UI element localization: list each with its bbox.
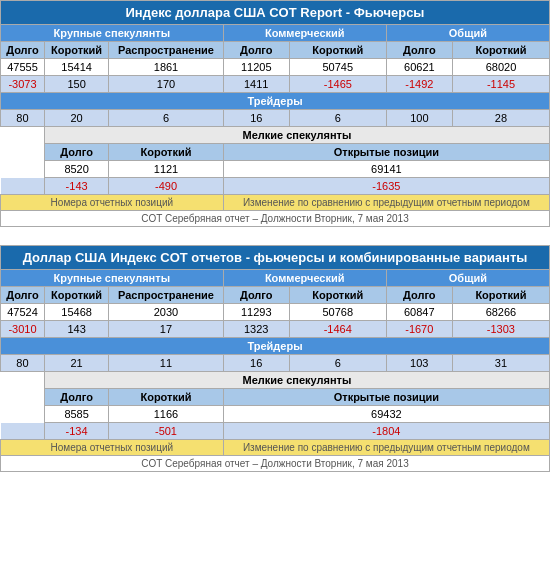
t2sm2c2: -501 — [109, 423, 223, 440]
small-spec-label-2: Мелкие спекулянты — [44, 372, 549, 389]
tr1: 80 — [1, 110, 45, 127]
col-short2-1: Короткий — [289, 42, 386, 59]
t2r2c1: -3010 — [1, 321, 45, 338]
t2-empty-3 — [1, 423, 45, 440]
title-1: Индекс доллара США COT Report - Фьючерсы — [1, 1, 550, 25]
col-spread-2: Распространение — [109, 287, 223, 304]
t2r1c3: 2030 — [109, 304, 223, 321]
sm1c2: 1121 — [109, 161, 223, 178]
r1c4: 11205 — [223, 59, 289, 76]
t2tr1: 80 — [1, 355, 45, 372]
group-commercial-1: Коммерческий — [223, 25, 386, 42]
t2tr7: 31 — [452, 355, 549, 372]
group-large-spec-2: Крупные спекулянты — [1, 270, 224, 287]
t2sm1c1: 8585 — [44, 406, 108, 423]
t2r1c1: 47524 — [1, 304, 45, 321]
r2c4: 1411 — [223, 76, 289, 93]
t2sm1c2: 1166 — [109, 406, 223, 423]
r2c7: -1145 — [452, 76, 549, 93]
col-long2-1: Долго — [223, 42, 289, 59]
group-commercial-2: Коммерческий — [223, 270, 386, 287]
notes-right-1: Изменение по сравнению с предыдущим отче… — [223, 195, 549, 211]
col-long3-2: Долго — [386, 287, 452, 304]
r1c1: 47555 — [1, 59, 45, 76]
t2r1c4: 11293 — [223, 304, 289, 321]
title-2: Доллар США Индекс COT отчетов - фьючерсы… — [1, 246, 550, 270]
t2r1c5: 50768 — [289, 304, 386, 321]
t2r1c2: 15468 — [44, 304, 108, 321]
col-long-1: Долго — [1, 42, 45, 59]
tr7: 28 — [452, 110, 549, 127]
t2sm2c3: -1804 — [223, 423, 549, 440]
sm-short-h-1: Короткий — [109, 144, 223, 161]
group-total-2: Общий — [386, 270, 549, 287]
col-long3-1: Долго — [386, 42, 452, 59]
col-spread-1: Распространение — [109, 42, 223, 59]
r2c6: -1492 — [386, 76, 452, 93]
notes-left-2: Номера отчетных позиций — [1, 440, 224, 456]
tr5: 6 — [289, 110, 386, 127]
t2sm-short-h: Короткий — [109, 389, 223, 406]
tr4: 16 — [223, 110, 289, 127]
col-short-1: Короткий — [44, 42, 108, 59]
sm-long-h-1: Долго — [44, 144, 108, 161]
t2tr2: 21 — [44, 355, 108, 372]
tr2: 20 — [44, 110, 108, 127]
notes-right-2: Изменение по сравнению с предыдущим отче… — [223, 440, 549, 456]
col-long-2: Долго — [1, 287, 45, 304]
r2c5: -1465 — [289, 76, 386, 93]
sm1c1: 8520 — [44, 161, 108, 178]
t2r2c3: 17 — [109, 321, 223, 338]
t2r2c2: 143 — [44, 321, 108, 338]
group-total-1: Общий — [386, 25, 549, 42]
empty-3 — [1, 178, 45, 195]
t2r2c4: 1323 — [223, 321, 289, 338]
r2c2: 150 — [44, 76, 108, 93]
footer-1: COT Серебряная отчет – Должности Вторник… — [1, 211, 550, 227]
t2sm-open-h: Открытые позиции — [223, 389, 549, 406]
sm1c3: 69141 — [223, 161, 549, 178]
t2r1c6: 60847 — [386, 304, 452, 321]
col-short2-2: Короткий — [289, 287, 386, 304]
t2r2c5: -1464 — [289, 321, 386, 338]
footer-2: COT Серебряная отчет – Должности Вторник… — [1, 456, 550, 472]
r2c3: 170 — [109, 76, 223, 93]
t2-empty-2 — [1, 406, 45, 423]
sm-open-h-1: Открытые позиции — [223, 144, 549, 161]
notes-left-1: Номера отчетных позиций — [1, 195, 224, 211]
t2sm-long-h: Долго — [44, 389, 108, 406]
r2c1: -3073 — [1, 76, 45, 93]
group-large-spec-1: Крупные спекулянты — [1, 25, 224, 42]
r1c5: 50745 — [289, 59, 386, 76]
r1c7: 68020 — [452, 59, 549, 76]
empty-2 — [1, 161, 45, 178]
t2r2c7: -1303 — [452, 321, 549, 338]
r1c2: 15414 — [44, 59, 108, 76]
empty-1 — [1, 144, 45, 161]
tr6: 100 — [386, 110, 452, 127]
t2tr4: 16 — [223, 355, 289, 372]
t2sm2c1: -134 — [44, 423, 108, 440]
t2tr5: 6 — [289, 355, 386, 372]
sm2c3: -1635 — [223, 178, 549, 195]
t2sm1c3: 69432 — [223, 406, 549, 423]
t2r1c7: 68266 — [452, 304, 549, 321]
t2tr3: 11 — [109, 355, 223, 372]
r1c3: 1861 — [109, 59, 223, 76]
section-1: Индекс доллара США COT Report - Фьючерсы… — [0, 0, 550, 227]
t2-empty-corner — [1, 372, 45, 389]
t2-empty-1 — [1, 389, 45, 406]
traders-label-1: Трейдеры — [1, 93, 550, 110]
sm2c1: -143 — [44, 178, 108, 195]
small-spec-label-1: Мелкие спекулянты — [44, 127, 549, 144]
section-2: Доллар США Индекс COT отчетов - фьючерсы… — [0, 245, 550, 472]
sm2c2: -490 — [109, 178, 223, 195]
traders-label-2: Трейдеры — [1, 338, 550, 355]
col-short3-2: Короткий — [452, 287, 549, 304]
col-short-2: Короткий — [44, 287, 108, 304]
col-short3-1: Короткий — [452, 42, 549, 59]
r1c6: 60621 — [386, 59, 452, 76]
t2tr6: 103 — [386, 355, 452, 372]
empty-corner-1 — [1, 127, 45, 144]
t2r2c6: -1670 — [386, 321, 452, 338]
